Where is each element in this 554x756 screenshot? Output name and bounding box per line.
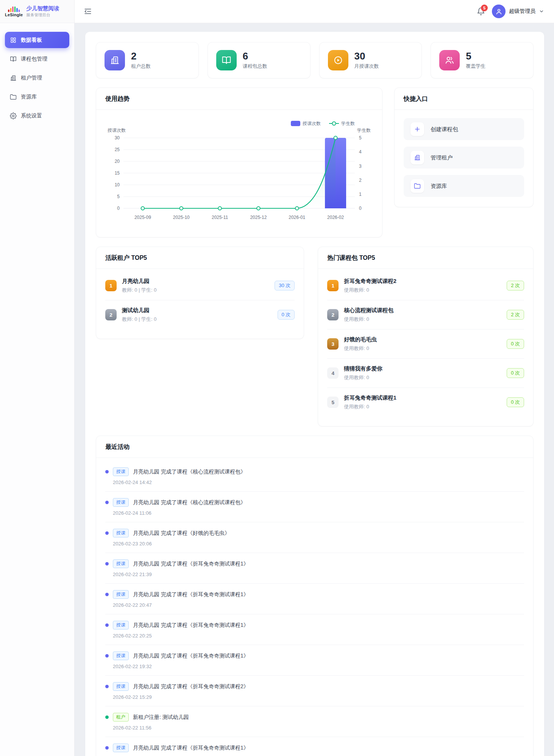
activity-dot xyxy=(105,501,109,504)
activity-timestamp: 2026-02-22 20:25 xyxy=(105,633,524,639)
rank-item-meta: 使用教师: 0 xyxy=(344,403,501,410)
user-icon xyxy=(495,8,503,15)
sidebar-item-5[interactable]: 系统设置 xyxy=(5,108,69,124)
sidebar-item-label: 系统设置 xyxy=(21,112,42,119)
folder-icon xyxy=(410,179,424,193)
activity-message: 月亮幼儿园 完成了课程《折耳兔奇奇测试课程2》 xyxy=(133,683,249,690)
activity-item: 授课 月亮幼儿园 完成了课程《折耳兔奇奇测试课程1》 2026-02-22 20… xyxy=(105,583,524,614)
book-icon xyxy=(216,50,237,70)
user-name: 超级管理员 xyxy=(509,8,535,15)
gear-icon xyxy=(10,112,17,119)
sidebar-item-4[interactable]: 资源库 xyxy=(5,89,69,105)
rank-item-name: 好饿的毛毛虫 xyxy=(344,336,501,343)
quick-entry-card: 快捷入口 创建课程包 管理租户 资源库 xyxy=(394,87,534,207)
activity-timestamp: 2026-02-24 11:06 xyxy=(105,510,524,516)
stat-card: 30 月授课次数 xyxy=(319,42,422,78)
sidebar-collapse-icon[interactable] xyxy=(84,7,92,16)
activity-timestamp: 2026-02-22 20:47 xyxy=(105,602,524,608)
sidebar-item-2[interactable]: 课程包管理 xyxy=(5,51,69,67)
svg-text:2025-12: 2025-12 xyxy=(250,215,267,220)
usage-count-badge: 30 次 xyxy=(275,281,295,291)
activity-type-tag: 授课 xyxy=(113,744,129,752)
activity-item: 授课 月亮幼儿园 完成了课程《折耳兔奇奇测试课程1》 2026-02-22 19… xyxy=(105,645,524,675)
activity-type-tag: 租户 xyxy=(113,713,129,722)
svg-text:2: 2 xyxy=(359,178,362,183)
svg-text:3: 3 xyxy=(359,164,362,169)
svg-text:2025-10: 2025-10 xyxy=(173,215,190,220)
rank-badge: 1 xyxy=(105,280,117,291)
svg-text:2025-11: 2025-11 xyxy=(212,215,228,220)
quick-entry-item[interactable]: 资源库 xyxy=(404,175,524,197)
activity-timestamp: 2026-02-22 21:39 xyxy=(105,572,524,577)
book-icon xyxy=(10,56,17,62)
rank-item-name: 猜猜我有多爱你 xyxy=(344,365,501,372)
rank-item-meta: 使用教师: 0 xyxy=(344,374,501,381)
activity-item: 授课 月亮幼儿园 完成了课程《折耳兔奇奇测试课程1》 2026-02-22 20… xyxy=(105,614,524,645)
sidebar-item-1[interactable]: 数据看板 xyxy=(5,32,69,48)
people-icon xyxy=(439,50,460,70)
hot-packages-list: 1 折耳兔奇奇测试课程2 使用教师: 0 2 次 2 核心流程测试课程包 使用教… xyxy=(318,269,533,426)
main-content: 2 租户总数 6 课程包总数 30 月授课次数 5 覆盖学生 使用趋势 0510… xyxy=(85,32,544,756)
activity-type-tag: 授课 xyxy=(113,621,129,629)
svg-text:0: 0 xyxy=(117,206,120,211)
activity-item: 授课 月亮幼儿园 完成了课程《核心流程测试课程包》 2026-02-24 11:… xyxy=(105,491,524,522)
activity-dot xyxy=(105,562,109,565)
activity-message: 月亮幼儿园 完成了课程《好饿的毛毛虫》 xyxy=(133,530,230,537)
chevron-down-icon xyxy=(539,9,544,14)
activity-message: 月亮幼儿园 完成了课程《折耳兔奇奇测试课程1》 xyxy=(133,561,249,567)
svg-text:5: 5 xyxy=(117,194,120,199)
stat-value: 2 xyxy=(131,51,151,62)
header: 5 超级管理员 xyxy=(75,0,554,23)
rank-item-meta: 使用教师: 0 xyxy=(344,345,501,352)
plus-icon xyxy=(410,122,424,136)
activity-message: 月亮幼儿园 完成了课程《折耳兔奇奇测试课程1》 xyxy=(133,653,249,659)
activity-type-tag: 授课 xyxy=(113,529,129,537)
svg-text:学生数: 学生数 xyxy=(341,121,355,126)
hot-packages-title: 热门课程包 TOP5 xyxy=(318,247,533,269)
activity-dot xyxy=(105,623,109,627)
quick-entry-item[interactable]: 创建课程包 xyxy=(404,118,524,140)
quick-entry-label: 创建课程包 xyxy=(431,126,458,133)
activity-dot xyxy=(105,715,109,719)
activity-dot xyxy=(105,593,109,596)
svg-text:15: 15 xyxy=(115,170,120,176)
stat-label: 课程包总数 xyxy=(243,63,267,70)
rank-list-item[interactable]: 2 测试幼儿园 教师: 0 | 学生: 0 0 次 xyxy=(105,300,295,329)
rank-badge: 2 xyxy=(327,309,339,320)
activity-item: 授课 月亮幼儿园 完成了课程《折耳兔奇奇测试课程1》 2026-02-21 20… xyxy=(105,737,524,756)
activity-type-tag: 授课 xyxy=(113,682,129,691)
activity-type-tag: 授课 xyxy=(113,467,129,476)
user-menu[interactable]: 超级管理员 xyxy=(492,5,544,18)
rank-list-item[interactable]: 1 折耳兔奇奇测试课程2 使用教师: 0 2 次 xyxy=(327,271,524,300)
rank-item-meta: 教师: 0 | 学生: 0 xyxy=(122,287,269,294)
activity-message: 月亮幼儿园 完成了课程《折耳兔奇奇测试课程1》 xyxy=(133,591,249,598)
notifications-button[interactable]: 5 xyxy=(477,7,485,16)
stat-value: 6 xyxy=(243,51,267,62)
rank-badge: 1 xyxy=(327,280,339,291)
rank-list-item[interactable]: 4 猜猜我有多爱你 使用教师: 0 0 次 xyxy=(327,358,524,387)
rank-badge: 4 xyxy=(327,367,339,379)
notification-count-badge: 5 xyxy=(481,5,488,11)
sidebar-menu: 数据看板 课程包管理 租户管理 资源库 系统设置 xyxy=(0,23,74,133)
sidebar-item-3[interactable]: 租户管理 xyxy=(5,70,69,86)
quick-entry-label: 资源库 xyxy=(431,183,447,190)
svg-text:授课次数: 授课次数 xyxy=(107,128,126,133)
rank-item-name: 测试幼儿园 xyxy=(122,307,272,314)
page: LeSingle 少儿智慧阅读 服务管理后台 数据看板 课程包管理 租户管理 资… xyxy=(0,0,554,756)
rank-item-meta: 使用教师: 0 xyxy=(344,316,501,323)
svg-text:20: 20 xyxy=(115,159,120,164)
hot-packages-card: 热门课程包 TOP5 1 折耳兔奇奇测试课程2 使用教师: 0 2 次 2 核心… xyxy=(318,247,534,426)
activity-item: 授课 月亮幼儿园 完成了课程《好饿的毛毛虫》 2026-02-23 20:06 xyxy=(105,522,524,553)
stat-label: 覆盖学生 xyxy=(466,63,485,70)
quick-entry-item[interactable]: 管理租户 xyxy=(404,147,524,169)
activity-dot xyxy=(105,470,109,473)
rank-badge: 2 xyxy=(105,309,117,320)
activity-dot xyxy=(105,685,109,688)
rank-list-item[interactable]: 5 折耳兔奇奇测试课程1 使用教师: 0 0 次 xyxy=(327,387,524,417)
rank-list-item[interactable]: 2 核心流程测试课程包 使用教师: 0 2 次 xyxy=(327,300,524,329)
rank-item-name: 核心流程测试课程包 xyxy=(344,307,501,314)
stat-label: 月授课次数 xyxy=(354,63,379,70)
rank-list-item[interactable]: 1 月亮幼儿园 教师: 0 | 学生: 0 30 次 xyxy=(105,271,295,300)
svg-text:2025-09: 2025-09 xyxy=(134,215,151,220)
rank-list-item[interactable]: 3 好饿的毛毛虫 使用教师: 0 0 次 xyxy=(327,329,524,358)
